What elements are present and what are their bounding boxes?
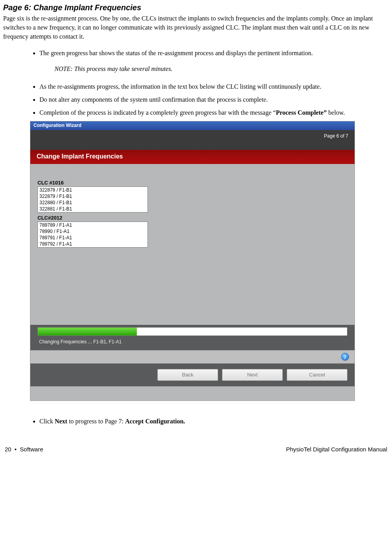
- progress-fill: [38, 328, 137, 335]
- next-button[interactable]: Next: [222, 369, 283, 381]
- post-bullet-list: Click Next to progress to Page 7: Accept…: [28, 417, 389, 426]
- bullet-list-1: The green progress bar shows the status …: [28, 48, 389, 58]
- clc1-label: CLC #1016: [37, 180, 347, 186]
- post-b1: Next: [55, 418, 67, 425]
- help-row: ?: [30, 350, 355, 363]
- back-button[interactable]: Back: [157, 369, 218, 381]
- page-heading: Page 6: Change Implant Frequencies: [3, 3, 389, 12]
- clc-groups: CLC #1016 322878 / F1-B1 322879 / F1-B1 …: [37, 180, 347, 345]
- clc1-list[interactable]: 322878 / F1-B1 322879 / F1-B1 322880 / F…: [37, 186, 148, 212]
- page-footer: 20 • Software PhysioTel Digital Configur…: [3, 446, 389, 453]
- cancel-button[interactable]: Cancel: [287, 369, 347, 381]
- wizard-banner: Change Implant Frequencies: [30, 150, 355, 164]
- bullet3-bold: Process Complete”: [276, 109, 327, 116]
- list-item: Do not alter any components of the syste…: [39, 95, 389, 104]
- intro-paragraph: Page six is the re-assignment process. O…: [3, 14, 389, 41]
- wizard-button-row: Back Next Cancel: [30, 363, 355, 386]
- list-item: Click Next to progress to Page 7: Accept…: [39, 417, 389, 426]
- page-indicator: Page 6 of 7: [324, 133, 348, 139]
- footer-dot: •: [15, 446, 17, 453]
- wizard-bottom-spacer: [30, 386, 355, 401]
- help-icon[interactable]: ?: [341, 353, 349, 361]
- bullet3-prefix: Completion of the process is indicated b…: [39, 109, 276, 116]
- window-header: Page 6 of 7: [30, 130, 355, 150]
- list-item[interactable]: 322878 / F1-B1: [38, 187, 147, 193]
- page-number: 20: [5, 446, 11, 453]
- list-item: The green progress bar shows the status …: [39, 48, 389, 58]
- list-item[interactable]: 789792 / F1-A1: [38, 241, 147, 247]
- list-item: As the re-assignments progress, the info…: [39, 82, 389, 91]
- note-text: NOTE: This process may take several minu…: [54, 65, 389, 73]
- post-prefix: Click: [39, 418, 55, 425]
- post-b2: Accept Configuration.: [125, 418, 185, 425]
- wizard-body: CLC #1016 322878 / F1-B1 322879 / F1-B1 …: [30, 164, 355, 350]
- progress-bar: [37, 327, 347, 336]
- clc2-list[interactable]: 789789 / F1-A1 78990 / F1-A1 789791 / F1…: [37, 222, 148, 248]
- list-item[interactable]: 322880 / F1-B1: [38, 199, 147, 206]
- list-item[interactable]: 322879 / F1-B1: [38, 193, 147, 199]
- list-item[interactable]: 322881 / F1-B1: [38, 206, 147, 212]
- clc2-label: CLC#2012: [37, 215, 347, 221]
- bullet3-suffix: below.: [327, 109, 345, 116]
- window-title-bar: Configuration Wizard: [30, 121, 355, 130]
- footer-section: Software: [20, 446, 43, 453]
- list-item[interactable]: 789791 / F1-A1: [38, 235, 147, 241]
- list-item[interactable]: 78990 / F1-A1: [38, 228, 147, 235]
- list-item: Completion of the process is indicated b…: [39, 108, 389, 117]
- footer-right: PhysioTel Digital Configuration Manual: [286, 446, 387, 453]
- bullet-list-2: As the re-assignments progress, the info…: [28, 82, 389, 117]
- post-mid: to progress to Page 7:: [67, 418, 125, 425]
- status-text: Changing Frequencies ... F1-B1, F1-A1: [37, 337, 347, 345]
- wizard-window: Configuration Wizard Page 6 of 7 Change …: [30, 121, 355, 401]
- footer-left: 20 • Software: [5, 446, 43, 453]
- list-item[interactable]: 789789 / F1-A1: [38, 222, 147, 228]
